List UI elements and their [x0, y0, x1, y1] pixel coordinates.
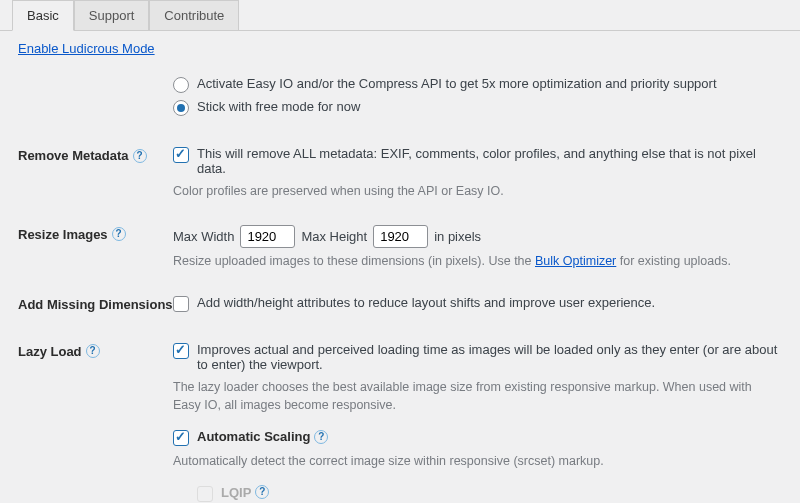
lazy-load-label: Lazy Load ?	[18, 342, 173, 359]
enable-ludicrous-link[interactable]: Enable Ludicrous Mode	[18, 41, 155, 56]
resize-units: in pixels	[434, 229, 481, 244]
max-width-input[interactable]	[240, 225, 295, 248]
lazy-load-checkbox[interactable]	[173, 343, 189, 359]
help-icon[interactable]: ?	[255, 485, 269, 499]
help-icon[interactable]: ?	[133, 149, 147, 163]
tabs: Basic Support Contribute	[0, 0, 800, 31]
remove-metadata-label: Remove Metadata ?	[18, 146, 173, 163]
max-height-label: Max Height	[301, 229, 367, 244]
tab-contribute[interactable]: Contribute	[149, 0, 239, 30]
max-height-input[interactable]	[373, 225, 428, 248]
auto-scaling-desc: Automatically detect the correct image s…	[173, 452, 782, 471]
help-icon[interactable]: ?	[86, 344, 100, 358]
remove-metadata-row: Remove Metadata ? This will remove ALL m…	[18, 146, 782, 201]
add-dimensions-row: Add Missing Dimensions Add width/height …	[18, 295, 782, 318]
lqip-label: LQIP	[221, 485, 251, 500]
auto-scaling-checkbox[interactable]	[173, 430, 189, 446]
bulk-optimizer-link[interactable]: Bulk Optimizer	[535, 254, 616, 268]
help-icon[interactable]: ?	[314, 430, 328, 444]
radio-activate[interactable]	[173, 77, 189, 93]
help-icon[interactable]: ?	[112, 227, 126, 241]
ludicrous-row: Enable Ludicrous Mode	[0, 31, 800, 76]
auto-scaling-label: Automatic Scaling	[197, 429, 310, 444]
remove-metadata-checkbox[interactable]	[173, 147, 189, 163]
form-area: Activate Easy IO and/or the Compress API…	[0, 76, 800, 503]
lqip-checkbox	[197, 486, 213, 502]
radio-stick-label: Stick with free mode for now	[197, 99, 360, 114]
resize-desc: Resize uploaded images to these dimensio…	[173, 252, 782, 271]
lazy-load-row: Lazy Load ? Improves actual and perceive…	[18, 342, 782, 504]
resize-row: Resize Images ? Max Width Max Height in …	[18, 225, 782, 271]
remove-metadata-opt: This will remove ALL metadata: EXIF, com…	[197, 146, 782, 176]
add-dimensions-opt: Add width/height attributes to reduce la…	[197, 295, 655, 310]
radio-stick[interactable]	[173, 100, 189, 116]
add-dimensions-label: Add Missing Dimensions	[18, 295, 173, 312]
lazy-load-opt: Improves actual and perceived loading ti…	[197, 342, 782, 372]
resize-label: Resize Images ?	[18, 225, 173, 242]
mode-row: Activate Easy IO and/or the Compress API…	[18, 76, 782, 122]
max-width-label: Max Width	[173, 229, 234, 244]
mode-label	[18, 76, 173, 78]
add-dimensions-checkbox[interactable]	[173, 296, 189, 312]
remove-metadata-desc: Color profiles are preserved when using …	[173, 182, 782, 201]
lazy-load-desc: The lazy loader chooses the best availab…	[173, 378, 782, 416]
tab-support[interactable]: Support	[74, 0, 150, 30]
radio-activate-label: Activate Easy IO and/or the Compress API…	[197, 76, 717, 91]
tab-basic[interactable]: Basic	[12, 0, 74, 31]
